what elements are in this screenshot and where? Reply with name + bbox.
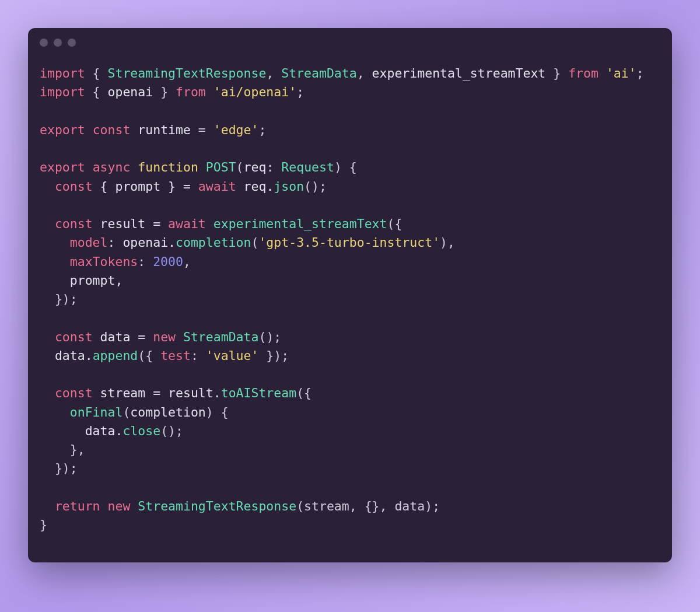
traffic-light-zoom-icon[interactable] [68,39,76,47]
keyword-export: export [40,123,85,137]
keyword-async: async [93,160,131,174]
keyword-await: await [168,216,206,231]
keyword-export: export [40,160,85,174]
property: test [160,348,191,363]
type: Request [281,160,334,174]
identifier: prompt, [70,273,123,288]
keyword-function: function [138,160,198,174]
keyword-const: const [55,330,93,344]
method: close [123,424,160,438]
class-name: StreamingTextResponse [138,499,296,513]
window-titlebar [28,28,672,50]
number: 2000 [153,254,183,269]
keyword-const: const [55,216,93,231]
keyword-const: const [55,386,93,400]
param: req [244,160,267,174]
method: onFinal [70,405,123,419]
keyword-const: const [93,123,131,137]
function-call: experimental_streamText [214,216,387,231]
string: 'gpt-3.5-turbo-instruct' [258,235,440,250]
identifier: runtime [138,123,191,137]
keyword-import: import [40,85,85,99]
string: 'ai' [606,66,636,81]
property: model [70,235,108,250]
keyword-await: await [198,179,236,194]
method: toAIStream [221,386,296,400]
code-block: import { StreamingTextResponse, StreamDa… [28,50,672,562]
traffic-light-minimize-icon[interactable] [54,39,62,47]
string: 'value' [206,348,259,363]
string: 'edge' [214,123,259,137]
function-name: POST [206,160,236,174]
keyword-new: new [153,330,176,344]
keyword-from: from [176,85,206,99]
keyword-from: from [568,66,598,81]
param: completion [130,405,205,419]
method: completion [176,235,251,250]
identifier: openai [108,85,153,99]
identifier: StreamData [281,66,356,81]
class-name: StreamData [183,330,258,344]
keyword-const: const [55,179,93,194]
keyword-import: import [40,66,85,81]
code-window: import { StreamingTextResponse, StreamDa… [28,28,672,562]
keyword-new: new [108,499,131,513]
keyword-return: return [55,499,100,513]
identifier: StreamingTextResponse [108,66,267,81]
string: 'ai/openai' [214,85,296,99]
traffic-light-close-icon[interactable] [40,39,48,47]
method: append [93,348,138,363]
property: maxTokens [70,254,138,269]
identifier: experimental_streamText [372,66,546,81]
method: json [274,179,304,194]
